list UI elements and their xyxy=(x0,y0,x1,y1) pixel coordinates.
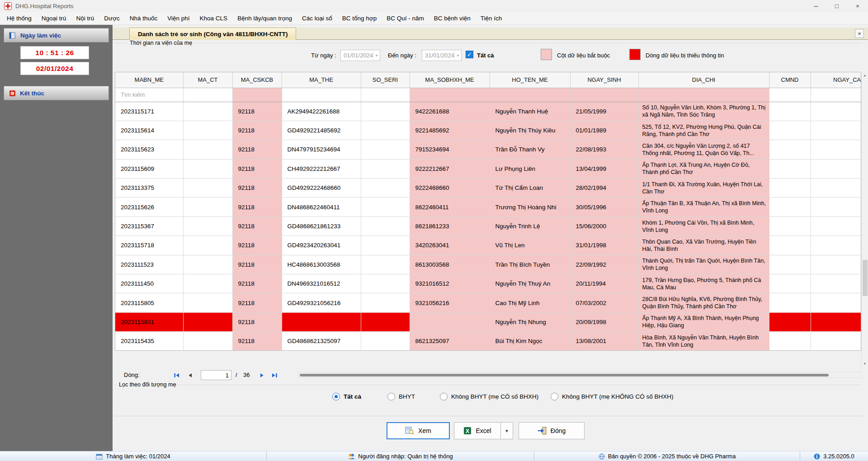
grid-cell[interactable]: Ấp Thuận Tân B, Xã Thuận An, Thị xã Bình… xyxy=(638,198,769,216)
grid-cell[interactable]: 21/05/1999 xyxy=(570,102,638,121)
menu-item[interactable]: BC bệnh viện xyxy=(429,12,476,24)
grid-cell[interactable] xyxy=(811,312,861,331)
grid-cell[interactable] xyxy=(361,121,410,140)
grid-cell[interactable]: 92118 xyxy=(232,179,282,198)
grid-cell[interactable]: 22/09/1992 xyxy=(570,255,638,274)
grid-cell[interactable] xyxy=(361,236,410,255)
grid-cell[interactable]: 8613003568 xyxy=(410,255,490,274)
grid-cell[interactable]: 22/08/1993 xyxy=(570,140,638,159)
grid-cell[interactable] xyxy=(769,159,811,178)
view-button[interactable]: Xem xyxy=(387,422,450,439)
grid-cell[interactable]: 2023115609 xyxy=(115,159,183,178)
grid-cell[interactable] xyxy=(811,332,861,351)
column-header[interactable]: MA_CSKCB xyxy=(232,72,282,88)
grid-cell[interactable]: Cao Thị Mỹ Linh xyxy=(490,293,570,312)
grid-cell[interactable] xyxy=(361,332,410,351)
grid-cell[interactable] xyxy=(183,312,232,331)
grid-cell[interactable] xyxy=(769,179,811,198)
grid-cell[interactable] xyxy=(769,121,811,140)
scroll-down-icon[interactable]: ▼ xyxy=(862,360,868,367)
grid-cell[interactable]: Ấp Thạnh Lợi, Xã Trung An, Huyện Cờ Đỏ, … xyxy=(638,159,769,178)
grid-cell[interactable]: 9422261688 xyxy=(410,102,490,121)
menu-item[interactable]: Hệ thống xyxy=(2,12,37,24)
grid-cell[interactable]: AK2949422261688 xyxy=(282,102,361,121)
table-row[interactable]: 202311517192118AK29494222616889422261688… xyxy=(115,102,861,121)
grid-cell[interactable]: 92118 xyxy=(232,236,282,255)
grid-cell[interactable]: 2023115171 xyxy=(115,102,183,121)
grid-cell[interactable] xyxy=(811,179,861,198)
filter-cell[interactable] xyxy=(638,88,769,102)
menu-item[interactable]: Nhà thuốc xyxy=(125,12,163,24)
grid-cell[interactable]: 20/11/1994 xyxy=(570,274,638,293)
filter-cell[interactable] xyxy=(811,88,861,102)
scroll-up-icon[interactable]: ▲ xyxy=(862,72,868,79)
grid-cell[interactable]: 2023113375 xyxy=(115,179,183,198)
grid-cell[interactable] xyxy=(769,140,811,159)
grid-cell[interactable] xyxy=(183,159,232,178)
grid-cell[interactable] xyxy=(183,293,232,312)
column-header[interactable]: HO_TEN_ME xyxy=(490,72,570,88)
grid-cell[interactable]: GD4868621325097 xyxy=(282,332,361,351)
grid-cell[interactable]: Nguyễn Thị Nhung xyxy=(490,312,570,331)
close-report-button[interactable]: Đóng xyxy=(519,422,585,439)
grid-cell[interactable]: 9222468660 xyxy=(410,179,490,198)
menu-item[interactable]: Viện phí xyxy=(162,12,194,24)
grid-cell[interactable]: 2023115805 xyxy=(115,293,183,312)
grid-cell[interactable] xyxy=(811,198,861,216)
grid-cell[interactable]: 7915234694 xyxy=(410,140,490,159)
menu-item[interactable]: Ngoại trú xyxy=(37,12,71,24)
grid-cell[interactable] xyxy=(361,179,410,198)
filter-cell[interactable] xyxy=(570,88,638,102)
grid-cell[interactable] xyxy=(811,274,861,293)
grid-cell[interactable]: Trương Thị Hoàng Nhi xyxy=(490,198,570,216)
menu-item[interactable]: Khoa CLS xyxy=(195,12,233,24)
radio-option[interactable]: Tất cả xyxy=(332,393,361,400)
column-header[interactable]: MA_THE xyxy=(282,72,361,88)
grid-cell[interactable]: 2023115614 xyxy=(115,121,183,140)
chevron-down-icon[interactable]: ▾ xyxy=(373,50,380,61)
grid-cell[interactable]: GD4929321056216 xyxy=(282,293,361,312)
grid-cell[interactable]: Ấp Thạnh Mỹ A, Xã Bình Thành, Huyện Phụn… xyxy=(638,312,769,331)
grid-cell[interactable]: 31/01/1998 xyxy=(570,236,638,255)
grid-cell[interactable]: 92118 xyxy=(232,121,282,140)
grid-cell[interactable] xyxy=(183,121,232,140)
radio-option[interactable]: Không BHYT (mẹ KHÔNG CÓ số BHXH) xyxy=(551,393,674,400)
table-row[interactable]: 202311562692118DN48686224604118622460411… xyxy=(115,198,861,216)
grid-cell[interactable]: DN4797915234694 xyxy=(282,140,361,159)
from-date-input[interactable]: 01/01/2024 ▾ xyxy=(340,50,380,61)
grid-cell[interactable]: 2023115623 xyxy=(115,140,183,159)
grid-cell[interactable]: 92118 xyxy=(232,102,282,121)
grid-cell[interactable]: Hòa Bình, Xã Nguyễn Văn Thảnh, Huyện Bìn… xyxy=(638,332,769,351)
menu-item[interactable]: Tiện ích xyxy=(476,12,507,24)
grid-cell[interactable]: DN4969321016512 xyxy=(282,274,361,293)
grid-cell[interactable]: 92118 xyxy=(232,312,282,331)
column-header[interactable]: MA_SOBHXH_ME xyxy=(410,72,490,88)
previous-page-button[interactable] xyxy=(184,371,196,380)
menu-item[interactable]: BC tổng hợp xyxy=(337,12,382,24)
filter-cell[interactable] xyxy=(282,88,361,102)
grid-cell[interactable] xyxy=(361,102,410,121)
grid-cell[interactable]: 92118 xyxy=(232,216,282,235)
table-row[interactable]: 202311152392118HC48686130035688613003568… xyxy=(115,255,861,274)
grid-cell[interactable]: 2023111450 xyxy=(115,274,183,293)
grid-cell[interactable]: Trần Đỗ Thanh Vy xyxy=(490,140,570,159)
grid-cell[interactable]: 9321016512 xyxy=(410,274,490,293)
grid-cell[interactable]: 2023115367 xyxy=(115,216,183,235)
grid-cell[interactable]: Nguyễn Thanh Huệ xyxy=(490,102,570,121)
grid-cell[interactable]: Số 10, Nguyễn Văn Linh, Khóm 3, Phường 1… xyxy=(638,102,769,121)
table-row[interactable]: 202311560992118CH49292222126679222212667… xyxy=(115,159,861,178)
filter-cell[interactable] xyxy=(232,88,282,102)
grid-cell[interactable] xyxy=(811,102,861,121)
grid-cell[interactable] xyxy=(183,198,232,216)
grid-cell[interactable]: 2023115626 xyxy=(115,198,183,216)
grid-cell[interactable]: GD4929221485692 xyxy=(282,121,361,140)
grid-cell[interactable] xyxy=(811,236,861,255)
table-row[interactable]: 202311562392118DN47979152346947915234694… xyxy=(115,140,861,159)
grid-cell[interactable]: 92118 xyxy=(232,159,282,178)
grid-cell[interactable] xyxy=(361,216,410,235)
grid-cell[interactable]: 92118 xyxy=(232,140,282,159)
grid-cell[interactable]: Thành Quới, Thị trấn Tân Quới, Huyện Bìn… xyxy=(638,255,769,274)
grid-cell[interactable] xyxy=(769,274,811,293)
grid-cell[interactable]: 8621325097 xyxy=(410,332,490,351)
grid-cell[interactable]: DN4868622460411 xyxy=(282,198,361,216)
